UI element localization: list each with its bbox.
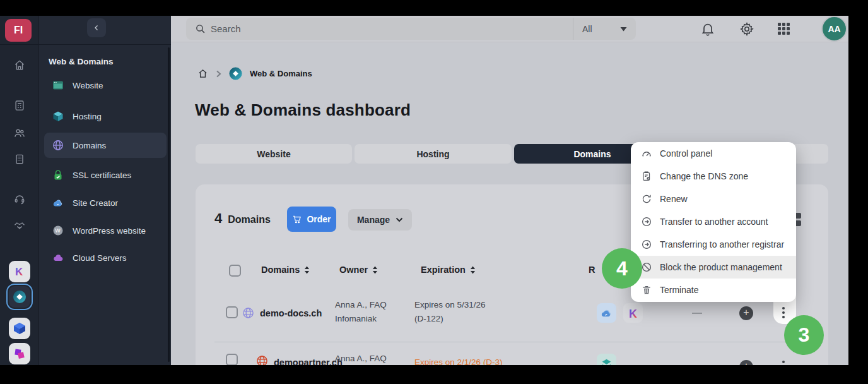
sidebar-top-divider — [0, 44, 171, 45]
domain-name[interactable]: demopartner.ch — [274, 357, 343, 365]
home-icon[interactable] — [13, 59, 26, 71]
annotation-badge-4: 4 — [602, 248, 642, 289]
hosting-icon — [52, 111, 64, 122]
sidebar-item-label: Hosting — [73, 112, 102, 121]
column-header-expiration[interactable]: Expiration — [421, 265, 476, 275]
domains-count: 4 Domains — [214, 210, 271, 227]
website-icon — [52, 80, 64, 91]
search-input[interactable]: Search All — [186, 18, 636, 40]
caret-down-icon — [620, 27, 627, 32]
billing-icon[interactable] — [13, 99, 26, 112]
menu-item-label: Control panel — [660, 148, 712, 159]
column-header-domains[interactable]: Domains — [261, 265, 310, 275]
menu-item-block-product-management[interactable]: Block the product management — [631, 256, 796, 279]
chevron-left-icon — [93, 24, 100, 32]
row-actions-kebab-icon[interactable] — [780, 307, 787, 318]
users-icon[interactable] — [13, 127, 26, 140]
column-header-related[interactable]: R — [589, 265, 595, 275]
layers-product-icon[interactable] — [597, 354, 616, 365]
sort-icon — [304, 266, 310, 274]
sidebar-item-cloud-servers[interactable]: Cloud Servers — [44, 245, 167, 270]
sidebar-scrollbar[interactable] — [168, 47, 170, 362]
empty-value-dash — [692, 313, 702, 314]
sidebar-item-label: Cloud Servers — [73, 253, 127, 263]
menu-item-label: Terminate — [660, 285, 698, 295]
breadcrumb-home-icon[interactable] — [197, 68, 208, 79]
menu-item-control-panel[interactable]: Control panel — [631, 142, 796, 165]
column-header-owner[interactable]: Owner — [339, 265, 378, 275]
creative-app-icon[interactable] — [9, 343, 30, 364]
sort-icon — [470, 266, 476, 274]
search-scope-select[interactable]: All — [573, 18, 636, 40]
row-actions-kebab-icon[interactable] — [780, 361, 787, 365]
menu-item-label: Transferring to another registrar — [660, 239, 784, 249]
notifications-bell-icon[interactable] — [700, 21, 715, 37]
ssl-lock-icon — [52, 169, 64, 181]
expiration-cell: Expires on 5/31/26 (D-122) — [414, 298, 491, 325]
sidebar-item-label: Domains — [73, 141, 106, 150]
gauge-icon — [641, 148, 652, 159]
domain-globe-warning-icon — [256, 355, 268, 365]
row-checkbox[interactable] — [226, 354, 238, 365]
sidebar-item-hosting[interactable]: Hosting — [44, 104, 167, 129]
select-all-checkbox[interactable] — [229, 265, 241, 277]
column-label: Domains — [261, 265, 300, 275]
app-rail: FI K — [0, 16, 39, 365]
site-creator-product-icon[interactable] — [597, 303, 616, 323]
domain-name[interactable]: demo-docs.ch — [260, 308, 322, 318]
kdrive-product-icon[interactable]: K — [623, 303, 643, 323]
domains-globe-icon — [52, 140, 64, 151]
row-divider — [214, 342, 811, 342]
domain-globe-icon — [242, 307, 254, 319]
avatar[interactable]: AA — [821, 16, 847, 42]
arrow-circle-right-icon — [641, 216, 652, 227]
menu-item-renew[interactable]: Renew — [631, 188, 796, 210]
tab-hosting[interactable]: Hosting — [355, 144, 512, 164]
sidebar-item-wordpress-website[interactable]: W WordPress website — [44, 218, 167, 243]
page-title: Web & Domains dashboard — [195, 100, 411, 120]
manage-button[interactable]: Manage — [348, 209, 412, 231]
menu-item-transfer-registrar[interactable]: Transferring to another registrar — [631, 233, 796, 256]
settings-gear-icon[interactable] — [739, 21, 754, 37]
menu-item-change-dns-zone[interactable]: Change the DNS zone — [631, 165, 796, 188]
organization-icon[interactable] — [13, 153, 26, 165]
ban-icon — [641, 261, 652, 273]
sidebar-item-website[interactable]: Website — [44, 73, 167, 98]
sidebar-item-label: SSL certificates — [73, 171, 131, 180]
svg-text:K: K — [15, 266, 23, 278]
support-icon[interactable] — [13, 193, 26, 205]
tab-website[interactable]: Website — [196, 144, 352, 164]
fi-logo[interactable]: FI — [5, 19, 32, 42]
sidebar-item-label: Site Creator — [73, 198, 118, 208]
sidebar-item-label: WordPress website — [73, 226, 146, 236]
svg-text:W: W — [55, 227, 61, 234]
chevron-down-icon — [396, 217, 403, 222]
sidebar-item-domains[interactable]: Domains — [44, 133, 167, 158]
ksuite-app-icon[interactable]: K — [9, 261, 30, 282]
sidebar-item-site-creator[interactable]: Site Creator — [44, 190, 167, 215]
menu-item-transfer-account[interactable]: Transfer to another account — [631, 210, 796, 233]
app-window: FI K Web & Domains — [0, 16, 848, 365]
menu-item-terminate[interactable]: Terminate — [631, 279, 796, 301]
manager-app-icon[interactable] — [9, 286, 30, 308]
breadcrumb-section-label[interactable]: Web & Domains — [250, 69, 312, 78]
collapse-sidebar-button[interactable] — [87, 18, 106, 37]
add-product-button[interactable]: + — [739, 306, 753, 320]
row-checkbox[interactable] — [226, 306, 238, 318]
apps-grid-icon[interactable] — [778, 23, 790, 35]
partner-icon[interactable] — [13, 220, 26, 232]
cloud-servers-icon — [52, 252, 64, 263]
sidebar-item-label: Website — [73, 81, 103, 90]
arrow-circle-right-icon — [641, 239, 652, 250]
search-placeholder: Search — [211, 23, 241, 34]
order-button[interactable]: Order — [287, 207, 336, 232]
owner-cell: Anna A., FAQ Infomaniak — [335, 298, 406, 325]
wordpress-icon: W — [52, 225, 64, 236]
breadcrumb: Web & Domains — [197, 67, 312, 80]
cart-icon — [292, 214, 302, 224]
svg-text:K: K — [629, 307, 637, 320]
sidebar-item-ssl-certificates[interactable]: SSL certificates — [44, 162, 167, 188]
dns-zone-icon — [641, 171, 652, 182]
product-cube-app-icon[interactable] — [9, 318, 30, 339]
sidebar-section-title: Web & Domains — [49, 57, 114, 66]
